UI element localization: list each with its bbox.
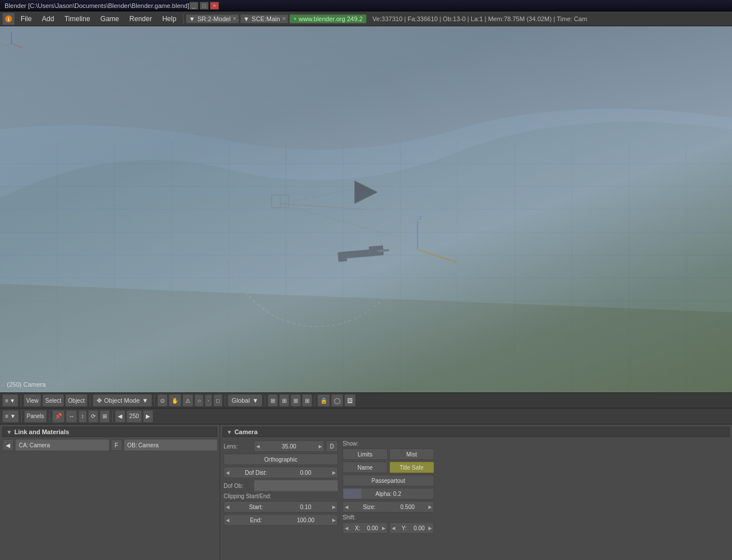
- dof-dist-label: Dof Dist:: [231, 470, 281, 476]
- dof-arrow-left[interactable]: ◀: [224, 470, 231, 475]
- start-arrow-right[interactable]: ▶: [331, 505, 337, 510]
- shift-y-value: 0.00: [412, 525, 427, 531]
- ob-value: Camera: [138, 442, 159, 448]
- separator-1: [183, 14, 184, 24]
- sce-dropdown-label: SCE:Main: [252, 15, 280, 22]
- maximize-button[interactable]: □: [200, 2, 209, 10]
- counter-left[interactable]: ◀: [115, 410, 125, 423]
- grid-btn-4[interactable]: ⊞: [302, 394, 312, 407]
- f-button[interactable]: F: [111, 439, 122, 451]
- panel-collapse-arrow[interactable]: ▼: [6, 429, 12, 435]
- size-row: ◀ Size: 0.500 ▶: [343, 501, 434, 513]
- size-field[interactable]: ◀ Size: 0.500 ▶: [343, 501, 434, 513]
- dof-ob-field[interactable]: [254, 480, 338, 491]
- mist-btn[interactable]: Mist: [389, 448, 435, 460]
- ca-toggle[interactable]: ◀: [2, 439, 14, 451]
- limits-btn[interactable]: Limits: [343, 448, 388, 460]
- alpha-row: Alpha: 0.2: [343, 488, 434, 499]
- lens-arrow-right[interactable]: ▶: [317, 444, 324, 449]
- end-arrow-left[interactable]: ◀: [224, 518, 231, 523]
- mode-dropdown[interactable]: ✥ Object Mode ▼: [93, 394, 152, 407]
- panels-icon-2[interactable]: ↕: [78, 410, 87, 423]
- start-value: 0.10: [281, 504, 331, 510]
- menu-timeline[interactable]: Timeline: [60, 13, 95, 25]
- panels-label[interactable]: Panels: [24, 410, 47, 423]
- sy-arrow-l[interactable]: ◀: [390, 526, 397, 531]
- start-arrow-left[interactable]: ◀: [224, 505, 231, 510]
- viewport-menu-btn[interactable]: ≡ ▼: [2, 394, 18, 407]
- circle-icon: ○: [197, 398, 201, 404]
- view-menu-btn[interactable]: View: [23, 394, 42, 407]
- scene-dropdown[interactable]: ▼ SR:2-Model ×: [186, 14, 239, 23]
- end-arrow-right[interactable]: ▶: [331, 518, 337, 523]
- blender-icon[interactable]: i: [2, 13, 15, 25]
- lens-field[interactable]: ◀ 35.00 ▶: [254, 440, 324, 452]
- name-btn[interactable]: Name: [343, 462, 388, 473]
- alpha-slider[interactable]: Alpha: 0.2: [343, 488, 434, 499]
- size-arrow-right[interactable]: ▶: [427, 505, 433, 510]
- sce-dropdown[interactable]: ▼ SCE:Main ×: [240, 14, 288, 23]
- sx-arrow-l[interactable]: ◀: [343, 526, 350, 531]
- dof-dist-row: ◀ Dof Dist: 0.00 ▶: [224, 467, 338, 478]
- sce-close-icon[interactable]: ×: [283, 15, 286, 22]
- lens-arrow-left[interactable]: ◀: [254, 444, 261, 449]
- minimize-button[interactable]: _: [189, 2, 198, 10]
- ca-field[interactable]: CA: Camera: [15, 439, 109, 451]
- panels-icon-1[interactable]: ↔: [66, 410, 77, 423]
- orthographic-btn[interactable]: Orthographic: [224, 454, 338, 465]
- ca-label: CA:: [19, 442, 29, 448]
- svg-text:z: z: [419, 214, 422, 221]
- tool-square-icon[interactable]: □: [213, 394, 222, 407]
- scene-close-icon[interactable]: ×: [233, 15, 236, 22]
- sx-arrow-r[interactable]: ▶: [380, 526, 387, 531]
- passepartout-btn[interactable]: Passepartout: [343, 475, 434, 486]
- ca-row: ◀ CA: Camera F OB: Camera: [2, 439, 217, 451]
- counter-right[interactable]: ▶: [143, 410, 153, 423]
- tool-warn-icon[interactable]: ⚠: [182, 394, 193, 407]
- viewport-3d[interactable]: y z (250) Camera: [0, 26, 732, 392]
- size-arrow-left[interactable]: ◀: [343, 505, 350, 510]
- shift-y-field[interactable]: ◀ Y: 0.00 ▶: [389, 522, 435, 534]
- tool-circle-icon[interactable]: ○: [194, 394, 204, 407]
- url-bar[interactable]: ● www.blender.org 249.2: [289, 14, 367, 23]
- grab-btn[interactable]: ✋: [169, 394, 181, 407]
- menu-game[interactable]: Game: [96, 13, 124, 25]
- grid-btn-2[interactable]: ⊞: [279, 394, 289, 407]
- image-btn[interactable]: 🖼: [344, 394, 356, 407]
- select-menu-btn[interactable]: Select: [42, 394, 64, 407]
- menu-add[interactable]: Add: [37, 13, 58, 25]
- camera-collapse-arrow[interactable]: ▼: [226, 429, 232, 435]
- pin-btn[interactable]: 📌: [52, 410, 65, 423]
- snap-btn[interactable]: ⊙: [157, 394, 168, 407]
- menu-file[interactable]: File: [16, 13, 36, 25]
- shift-x-field[interactable]: ◀ X: 0.00 ▶: [343, 522, 388, 534]
- circle2-btn[interactable]: ◯: [331, 394, 343, 407]
- grid-btn-3[interactable]: ⊞: [291, 394, 301, 407]
- dof-dist-field[interactable]: ◀ Dof Dist: 0.00 ▶: [224, 467, 338, 478]
- d-button[interactable]: D: [326, 440, 338, 452]
- title-safe-btn[interactable]: Title Safe: [389, 462, 435, 473]
- panels-menu-btn[interactable]: ≡ ▼: [2, 410, 19, 423]
- close-button[interactable]: ×: [210, 2, 219, 10]
- grid-btn-1[interactable]: ⊞: [268, 394, 278, 407]
- object-menu-btn[interactable]: Object: [65, 394, 87, 407]
- global-dropdown[interactable]: Global ▼: [228, 394, 262, 407]
- grab-icon: ✋: [172, 398, 178, 404]
- panels-icon-3[interactable]: ⟳: [88, 410, 98, 423]
- dof-arrow-right[interactable]: ▶: [331, 470, 337, 475]
- passepartout-row: Passepartout: [343, 475, 434, 486]
- link-materials-panel: ▼ Link and Materials ◀ CA: Camera F OB: …: [0, 424, 220, 560]
- tool-dot-icon[interactable]: ·: [205, 394, 212, 407]
- panels-icon-4[interactable]: ⊞: [100, 410, 110, 423]
- end-field[interactable]: ◀ End: 100.00 ▶: [224, 514, 338, 526]
- camera-title: Camera: [234, 428, 257, 435]
- lens-value: 35.00: [261, 443, 317, 450]
- start-field[interactable]: ◀ Start: 0.10 ▶: [224, 501, 338, 513]
- menu-help[interactable]: Help: [158, 13, 181, 25]
- menu-render[interactable]: Render: [125, 13, 156, 25]
- ob-field[interactable]: OB: Camera: [124, 439, 218, 451]
- dot-icon: ·: [208, 398, 209, 404]
- sy-arrow-r[interactable]: ▶: [427, 526, 433, 531]
- viewport-camera-label: (250) Camera: [7, 381, 46, 388]
- lock-btn[interactable]: 🔒: [317, 394, 330, 407]
